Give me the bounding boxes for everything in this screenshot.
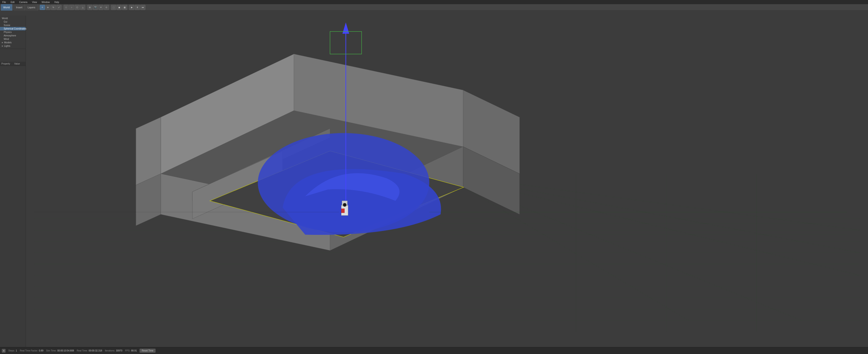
status-sim-time: Sim Time: 00:00:10:54.808 [46,349,74,352]
scene-label: Scene [4,24,10,27]
toolbar-separator-2 [62,5,63,9]
cylinder-shape-button[interactable]: ⬡ [75,5,80,10]
steps-value: 1 [16,349,17,352]
properties-header: Property Value [0,62,26,66]
sphere-shape-button[interactable]: ○ [69,5,74,10]
tree-item-wind[interactable]: Wind [0,37,26,41]
menu-view[interactable]: View [31,0,38,4]
grid-button[interactable]: ⊞ [87,5,92,10]
menu-camera[interactable]: Camera [18,0,28,4]
status-bar: ⏸ Steps: 1 Real Time Factor: 0.89 Sim Ti… [0,347,868,354]
tree-item-scene[interactable]: Scene [0,24,26,27]
sim-time-value: 00:00:10:54.808 [57,349,74,352]
tab-world[interactable]: World [1,4,12,10]
viewport[interactable] [26,16,868,347]
scale-tool-button[interactable]: ⤢ [56,5,62,10]
tab-insert[interactable]: Insert [14,4,25,10]
realtime-factor-value: 0.89 [39,349,43,352]
reset-time-button[interactable]: Reset Time [140,349,155,353]
menu-window[interactable]: Window [40,0,51,4]
tree-item-gui[interactable]: Gui [0,20,26,24]
menu-file[interactable]: File [1,0,7,4]
menu-help[interactable]: Help [54,0,60,4]
tree-item-world[interactable]: World [0,17,26,20]
tree-item-lights[interactable]: ▶ Lights [0,44,26,48]
physics-label: Physics [4,31,11,33]
models-arrow-icon: ▶ [2,41,3,43]
spherical-coordinates-label: Spherical Coordinates [4,27,26,30]
wind-label: Wind [4,38,9,40]
value-column-header: Value [13,62,26,66]
tree-item-spherical-coordinates[interactable]: Spherical Coordinates [0,27,26,30]
point-light-button[interactable]: ⊙ [104,5,109,10]
menu-bar: File Edit Camera View Window Help [0,0,868,4]
toolbar-separator-5 [128,5,128,9]
wire-button[interactable]: ⬚ [111,5,116,10]
tab-layers[interactable]: Layers [25,4,38,10]
lights-label: Lights [4,45,10,47]
toolbar-separator-1 [39,5,39,9]
svg-rect-37 [341,209,345,213]
status-steps: Steps: 1 [8,349,17,352]
box-shape-button[interactable]: □ [64,5,69,10]
steps-label: Steps: [8,349,15,352]
solid-button[interactable]: ◼ [117,5,122,10]
fps-label: FPS: [125,349,130,352]
mesh-button[interactable]: △ [80,5,85,10]
real-time-label: Real Time: [77,349,88,352]
properties-panel: Property Value [0,62,26,347]
texture-button[interactable]: ▦ [122,5,127,10]
rotate-tool-button[interactable]: ↻ [51,5,56,10]
sim-time-label: Sim Time: [46,349,56,352]
light-button[interactable]: ☀ [98,5,103,10]
property-column-header: Property [0,62,13,66]
gui-label: Gui [4,21,7,23]
tree-item-physics[interactable]: Physics [0,30,26,34]
status-real-time: Real Time: 00:00:32.318 [77,349,102,352]
pause-button[interactable]: ⏸ [135,5,140,10]
step-button[interactable]: ⏭ [140,5,145,10]
iterations-label: Iterations: [105,349,115,352]
menu-edit[interactable]: Edit [10,0,16,4]
sidebar: World Gui Scene Spherical Coordinates Ph… [0,16,26,347]
translate-tool-button[interactable]: ⊕ [45,5,51,10]
svg-point-39 [344,204,345,206]
models-label: Models [4,41,11,44]
iterations-value: 30970 [116,349,122,352]
real-time-value: 00:00:32.318 [89,349,102,352]
status-realtime-factor: Real Time Factor: 0.89 [20,349,43,352]
tree-item-models[interactable]: ▶ Models [0,41,26,44]
svg-marker-24 [136,117,161,185]
play-button[interactable]: ▶ [129,5,134,10]
realtime-factor-label: Real Time Factor: [20,349,38,352]
atmosphere-label: Atmosphere [4,34,16,37]
status-iterations: Iterations: 30970 [105,349,122,352]
toolbar: World Insert Layers ✛ ⊕ ↻ ⤢ □ ○ ⬡ △ ⊞ 📷 … [0,4,868,10]
select-tool-button[interactable]: ✛ [40,5,45,10]
scene-tree: World Gui Scene Spherical Coordinates Ph… [0,16,26,49]
status-fps: FPS: 88.91 [125,349,137,352]
lights-arrow-icon: ▶ [2,45,3,47]
pause-play-button[interactable]: ⏸ [2,349,5,353]
camera-button[interactable]: 📷 [93,5,98,10]
world-label: World [2,17,8,20]
tree-item-atmosphere[interactable]: Atmosphere [0,34,26,37]
viewport-scene [26,16,868,347]
toolbar-separator-4 [110,5,110,9]
fps-value: 88.91 [131,349,137,352]
